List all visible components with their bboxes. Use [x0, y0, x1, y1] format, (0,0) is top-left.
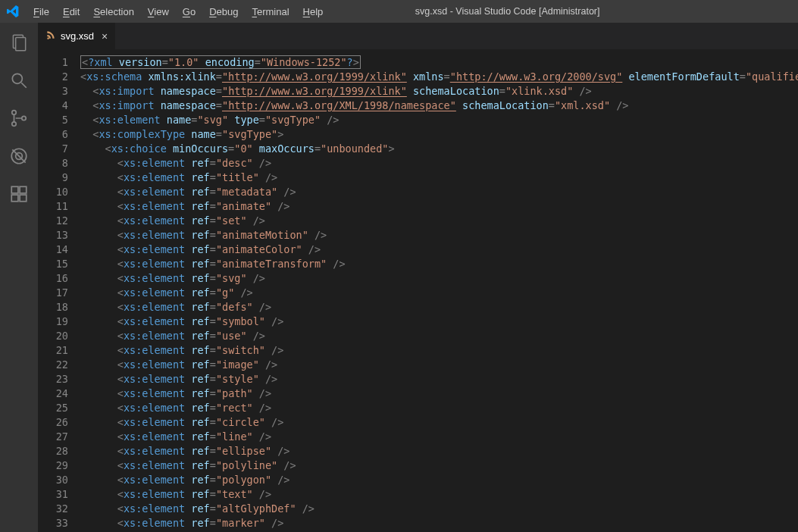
- code-editor[interactable]: 1234567891011121314151617181920212223242…: [38, 49, 798, 532]
- tab-svg-xsd[interactable]: svg.xsd ×: [38, 23, 116, 49]
- code-content[interactable]: <?xml version="1.0" encoding="Windows-12…: [80, 49, 798, 532]
- svg-point-5: [12, 122, 16, 126]
- activity-bar: [0, 23, 38, 532]
- menubar: File Edit Selection View Go Debug Termin…: [27, 3, 329, 20]
- debug-icon[interactable]: [1, 141, 37, 171]
- extensions-icon[interactable]: [1, 179, 37, 209]
- menu-edit[interactable]: Edit: [57, 3, 86, 20]
- menu-go[interactable]: Go: [177, 3, 202, 20]
- svg-rect-12: [20, 186, 27, 193]
- titlebar: File Edit Selection View Go Debug Termin…: [0, 0, 798, 23]
- vscode-logo-icon: [6, 5, 20, 18]
- tab-bar: svg.xsd ×: [38, 23, 798, 49]
- svg-line-8: [12, 149, 25, 162]
- menu-terminal[interactable]: Terminal: [246, 3, 295, 20]
- svg-rect-11: [11, 195, 18, 202]
- search-icon[interactable]: [1, 65, 37, 95]
- svg-rect-13: [20, 195, 27, 202]
- window-title: svg.xsd - Visual Studio Code [Administra…: [329, 6, 686, 17]
- menu-file[interactable]: File: [27, 3, 55, 20]
- svg-line-3: [21, 83, 27, 88]
- menu-view[interactable]: View: [142, 3, 175, 20]
- menu-debug[interactable]: Debug: [203, 3, 244, 20]
- menu-selection[interactable]: Selection: [87, 3, 139, 20]
- svg-point-4: [12, 111, 16, 114]
- editor-area: svg.xsd × 123456789101112131415161718192…: [38, 23, 798, 532]
- tab-label: svg.xsd: [61, 30, 94, 42]
- scm-icon[interactable]: [1, 103, 37, 133]
- explorer-icon[interactable]: [1, 27, 37, 58]
- close-tab-icon[interactable]: ×: [102, 30, 108, 42]
- rss-file-icon: [45, 30, 56, 42]
- line-gutter: 1234567891011121314151617181920212223242…: [38, 49, 80, 532]
- svg-point-6: [22, 116, 26, 120]
- svg-rect-10: [11, 186, 18, 193]
- menu-help[interactable]: Help: [297, 3, 330, 20]
- svg-rect-1: [16, 38, 26, 51]
- svg-point-2: [12, 74, 22, 83]
